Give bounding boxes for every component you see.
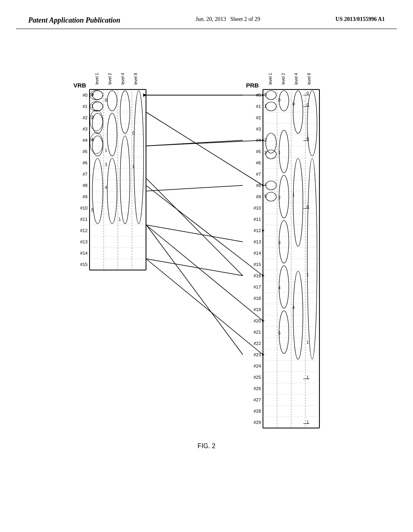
svg-point-162 (279, 130, 289, 173)
svg-point-166 (279, 220, 289, 263)
svg-text:3: 3 (105, 162, 107, 167)
svg-text:1: 1 (307, 340, 309, 345)
vrb-col-level8: level 8 (133, 73, 138, 85)
svg-text:PRB: PRB (246, 82, 259, 89)
svg-line-71 (146, 185, 243, 191)
svg-text:#22: #22 (254, 341, 261, 346)
svg-point-43 (90, 110, 103, 131)
svg-text:#12: #12 (254, 228, 261, 233)
svg-text:#13: #13 (80, 239, 88, 244)
svg-text:#15: #15 (254, 262, 261, 267)
svg-text:#23: #23 (254, 352, 261, 357)
page: Patent Application Publication Jun. 20, … (0, 0, 413, 532)
svg-text:#24: #24 (254, 364, 261, 368)
svg-text:#10: #10 (80, 206, 88, 210)
svg-line-195 (146, 140, 263, 146)
svg-text:#27: #27 (254, 397, 261, 402)
svg-text:level 4: level 4 (294, 73, 298, 85)
svg-text:2: 2 (278, 195, 281, 200)
svg-point-49 (92, 102, 103, 111)
svg-text:#16: #16 (254, 273, 261, 278)
svg-point-155 (266, 150, 276, 159)
svg-text:0: 0 (307, 137, 309, 141)
svg-text:level 1: level 1 (268, 73, 273, 85)
svg-point-168 (279, 266, 289, 308)
svg-text:#12: #12 (80, 228, 88, 233)
svg-text:#2: #2 (83, 115, 88, 120)
svg-text:#5: #5 (256, 149, 261, 154)
svg-text:#8: #8 (83, 183, 88, 188)
svg-point-159 (266, 192, 276, 201)
svg-text:4: 4 (278, 286, 281, 290)
svg-text:#21: #21 (254, 330, 261, 335)
svg-text:#6: #6 (256, 160, 261, 165)
svg-text:#11: #11 (80, 217, 88, 222)
header-info: Jun. 20, 2013 Sheet 2 of 29 (196, 16, 260, 23)
svg-text:level 2: level 2 (281, 73, 286, 85)
svg-text:4: 4 (105, 185, 107, 190)
svg-text:0: 0 (278, 98, 281, 102)
vrb-col-level4: level 4 (121, 73, 125, 85)
svg-text:#14: #14 (80, 251, 88, 256)
svg-text:#4: #4 (83, 138, 88, 143)
svg-text:#14: #14 (254, 251, 261, 256)
vrb-label: VRB (73, 82, 86, 89)
svg-text:1: 1 (278, 150, 281, 155)
svg-text:#18: #18 (254, 296, 261, 301)
svg-point-157 (266, 181, 276, 190)
vrb-col-level2: level 2 (108, 73, 112, 85)
svg-text:#0: #0 (83, 93, 88, 98)
svg-text:0: 0 (307, 91, 309, 96)
svg-text:0: 0 (132, 131, 135, 135)
svg-text:#10: #10 (254, 206, 261, 210)
svg-text:#1: #1 (256, 104, 261, 109)
vrb-col-level1: level 1 (95, 73, 99, 85)
svg-text:1: 1 (119, 217, 121, 222)
sheet-info: Sheet 2 of 29 (230, 16, 260, 22)
svg-point-164 (279, 175, 289, 218)
svg-text:#15: #15 (80, 262, 88, 267)
svg-line-197 (146, 185, 263, 276)
svg-text:#29: #29 (254, 420, 261, 425)
svg-text:#1: #1 (83, 104, 88, 109)
svg-text:#9: #9 (83, 194, 88, 199)
svg-text:#6: #6 (83, 160, 88, 165)
publication-title: Patent Application Publication (28, 16, 120, 25)
figure-caption: FIG. 2 (198, 443, 216, 449)
header: Patent Application Publication Jun. 20, … (16, 8, 397, 29)
svg-point-149 (266, 91, 276, 100)
svg-text:0: 0 (105, 98, 107, 102)
svg-text:#3: #3 (256, 127, 261, 131)
svg-point-47 (92, 91, 103, 100)
svg-text:#11: #11 (254, 217, 261, 222)
svg-text:#20: #20 (254, 318, 261, 323)
svg-text:1: 1 (292, 193, 295, 197)
svg-text:#25: #25 (254, 375, 261, 380)
diagram-svg: VRB level 1 level 2 level 4 level 8 (61, 41, 352, 517)
svg-text:#28: #28 (254, 409, 261, 414)
svg-text:3: 3 (278, 241, 281, 245)
svg-text:level 8: level 8 (307, 73, 311, 85)
patent-number: US 2013/0155996 A1 (336, 16, 385, 23)
svg-text:#7: #7 (83, 172, 88, 177)
svg-text:5: 5 (278, 331, 281, 335)
svg-line-75 (146, 224, 243, 355)
svg-line-196 (146, 112, 263, 185)
svg-point-45 (90, 133, 103, 154)
svg-text:1: 1 (132, 164, 135, 169)
svg-text:#5: #5 (83, 149, 88, 154)
svg-text:1: 1 (307, 272, 309, 277)
svg-text:#17: #17 (254, 285, 261, 289)
svg-text:#13: #13 (254, 239, 261, 244)
svg-text:5: 5 (91, 208, 94, 212)
svg-text:#9: #9 (256, 194, 261, 199)
svg-point-151 (266, 102, 276, 111)
pub-date: Jun. 20, 2013 (196, 16, 226, 22)
svg-text:#2: #2 (256, 115, 261, 120)
svg-text:#26: #26 (254, 386, 261, 391)
svg-text:0: 0 (292, 102, 295, 106)
svg-point-170 (279, 311, 289, 353)
svg-text:#3: #3 (83, 127, 88, 131)
svg-text:1: 1 (105, 148, 107, 153)
svg-text:#19: #19 (254, 307, 261, 312)
